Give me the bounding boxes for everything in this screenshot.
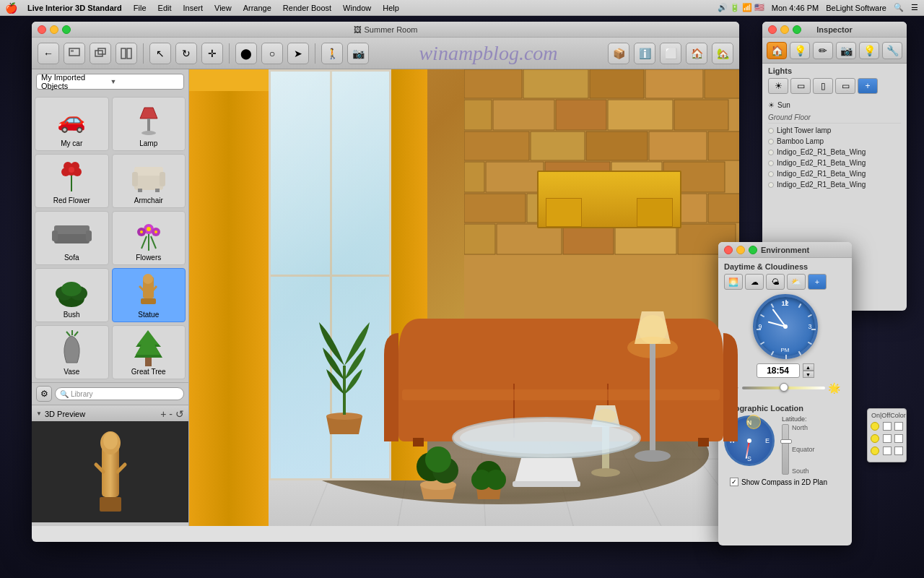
toolbar-circle-btn[interactable]: ⬤	[235, 43, 257, 64]
env-day2-btn[interactable]: ☁	[745, 274, 764, 290]
insp-bulb-btn[interactable]: 💡	[859, 42, 879, 59]
object-item-redflower[interactable]: Red Flower	[35, 154, 109, 208]
light-item-5[interactable]: Indigo_Ed2_R1_Beta_Wing	[768, 179, 901, 190]
svg-rect-82	[708, 194, 739, 223]
menubar-edit[interactable]: Edit	[152, 0, 178, 16]
menubar-window[interactable]: Window	[337, 0, 377, 16]
insp-home-btn[interactable]: 🏠	[767, 42, 787, 59]
toolbar-obj-btn[interactable]: 📦	[608, 43, 629, 64]
toolbar-rotate-btn[interactable]: ↻	[175, 43, 197, 64]
menubar-app-name[interactable]: Live Interior 3D Standard	[22, 0, 128, 16]
toolbar-view3d-btn[interactable]	[90, 43, 111, 64]
color-swatch-row3[interactable]	[894, 447, 903, 455]
toolbar-select-btn[interactable]: ↖	[149, 43, 171, 64]
time-input-field[interactable]	[757, 363, 800, 378]
objects-dropdown[interactable]: My Imported Objects ▼	[36, 74, 184, 90]
env-maximize-btn[interactable]	[749, 246, 757, 254]
inspector-maximize-btn[interactable]	[793, 25, 801, 34]
preview-collapse-icon[interactable]: ▼	[36, 410, 42, 417]
menubar-render[interactable]: Render Boost	[277, 0, 337, 16]
brightness-thumb[interactable]	[780, 383, 788, 392]
object-item-greattree[interactable]: Great Tree	[112, 325, 186, 379]
color-swatch-row2[interactable]	[894, 434, 903, 443]
toolbar-person-btn[interactable]: 🚶	[321, 43, 343, 64]
env-day1-btn[interactable]: 🌅	[724, 274, 743, 290]
toolbar-arrow-btn[interactable]: ➤	[287, 43, 309, 64]
toolbar-3d-btn[interactable]: 🏠	[686, 43, 707, 64]
off-checkbox-row3[interactable]	[883, 447, 892, 455]
object-item-sofa[interactable]: Sofa	[35, 211, 109, 265]
main-close-button[interactable]	[38, 25, 46, 34]
clock-12: 12	[781, 300, 788, 307]
toolbar-camera-btn[interactable]: 📷	[347, 43, 369, 64]
light-add-btn[interactable]: +	[858, 78, 878, 94]
zoom-in-btn[interactable]: +	[160, 408, 166, 420]
menubar-file[interactable]: File	[128, 0, 152, 16]
object-item-lamp[interactable]: Lamp	[112, 97, 186, 151]
preview-area	[32, 421, 188, 522]
insp-camera-btn[interactable]: 📷	[836, 42, 856, 59]
insp-edit-btn[interactable]: ✏	[813, 42, 833, 59]
main-minimize-button[interactable]	[50, 25, 58, 34]
toolbar-info-btn[interactable]: ℹ️	[634, 43, 655, 64]
menubar-arrange[interactable]: Arrange	[237, 0, 277, 16]
env-titlebar: Environment	[718, 242, 852, 258]
insp-light-btn[interactable]: 💡	[790, 42, 810, 59]
main-traffic-lights	[38, 25, 71, 34]
env-add-btn[interactable]: +	[808, 274, 827, 290]
object-item-mycar[interactable]: 🚗 My car	[35, 97, 109, 151]
menubar-search-icon[interactable]: 🔍	[894, 3, 904, 12]
env-close-btn[interactable]	[724, 246, 733, 254]
inspector-close-btn[interactable]	[768, 25, 777, 34]
apple-menu[interactable]: 🍎	[0, 2, 22, 14]
main-canvas[interactable]	[189, 69, 739, 526]
insp-settings-btn[interactable]: 🔧	[882, 42, 902, 59]
svg-rect-71	[649, 131, 707, 160]
toolbar-2d-btn[interactable]: ⬜	[660, 43, 681, 64]
toolbar-view2d-btn[interactable]	[64, 43, 85, 64]
menubar-help[interactable]: Help	[377, 0, 405, 16]
toolbar-viewboth-btn[interactable]	[116, 43, 137, 64]
object-item-statue[interactable]: Statue	[112, 268, 186, 322]
show-compass-checkbox[interactable]: ✓	[730, 478, 738, 486]
settings-btn[interactable]: ⚙	[36, 386, 52, 402]
light-item-1[interactable]: Bamboo Lamp	[768, 136, 901, 147]
object-item-flowers[interactable]: Flowers	[112, 211, 186, 265]
toolbar-move-btn[interactable]: ✛	[201, 43, 223, 64]
light-item-3[interactable]: Indigo_Ed2_R1_Beta_Wing	[768, 158, 901, 168]
main-maximize-button[interactable]	[62, 25, 71, 34]
brightness-track[interactable]	[742, 387, 825, 389]
latitude-slider[interactable]	[782, 424, 789, 475]
light-rect1-btn[interactable]: ▭	[790, 78, 811, 94]
inspector-minimize-btn[interactable]	[780, 25, 789, 34]
object-item-vase[interactable]: Vase	[35, 325, 109, 379]
search-box[interactable]: 🔍 Library	[55, 387, 184, 400]
light-item-4[interactable]: Indigo_Ed2_R1_Beta_Wing	[768, 168, 901, 179]
object-item-armchair[interactable]: Armchair	[112, 154, 186, 208]
svg-marker-49	[136, 330, 160, 355]
color-swatch-row1[interactable]	[894, 422, 903, 431]
env-day4-btn[interactable]: ⛅	[787, 274, 806, 290]
toolbar-ring-btn[interactable]: ○	[261, 43, 283, 64]
light-rect3-btn[interactable]: ▭	[835, 78, 855, 94]
zoom-out-btn[interactable]: -	[169, 408, 173, 420]
refresh-btn[interactable]: ↺	[175, 408, 184, 420]
env-day3-btn[interactable]: 🌤	[766, 274, 785, 290]
object-item-bush[interactable]: Bush	[35, 268, 109, 322]
light-item-0[interactable]: Light Tower lamp	[768, 125, 901, 136]
menubar-hamburger-icon[interactable]: ☰	[911, 3, 918, 12]
off-checkbox-row1[interactable]	[883, 422, 892, 431]
menubar-insert[interactable]: Insert	[178, 0, 209, 16]
light-rect2-btn[interactable]: ▯	[813, 78, 833, 94]
toolbar-home-btn[interactable]: 🏡	[712, 43, 733, 64]
time-step-up[interactable]: ▲	[803, 363, 814, 371]
light-item-2[interactable]: Indigo_Ed2_R1_Beta_Wing	[768, 147, 901, 158]
time-step-down[interactable]: ▼	[803, 371, 814, 378]
latitude-thumb[interactable]	[780, 439, 792, 444]
light-sun-btn[interactable]: ☀	[768, 78, 788, 94]
window-icon: 🖼	[354, 25, 362, 34]
toolbar-back-btn[interactable]: ←	[38, 43, 59, 64]
menubar-view[interactable]: View	[209, 0, 237, 16]
env-minimize-btn[interactable]	[736, 246, 745, 254]
off-checkbox-row2[interactable]	[883, 434, 892, 443]
